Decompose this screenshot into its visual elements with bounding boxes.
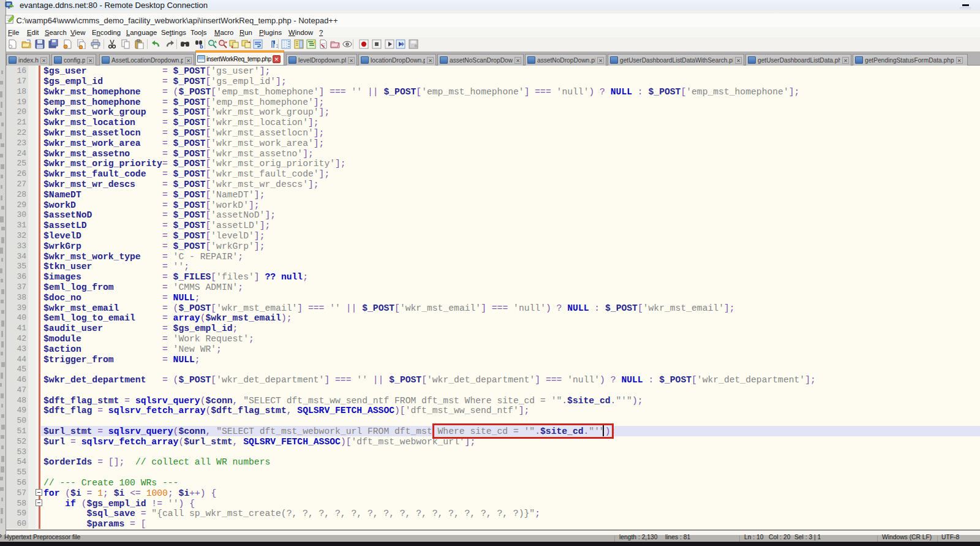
svg-text:b: b [200,44,203,49]
